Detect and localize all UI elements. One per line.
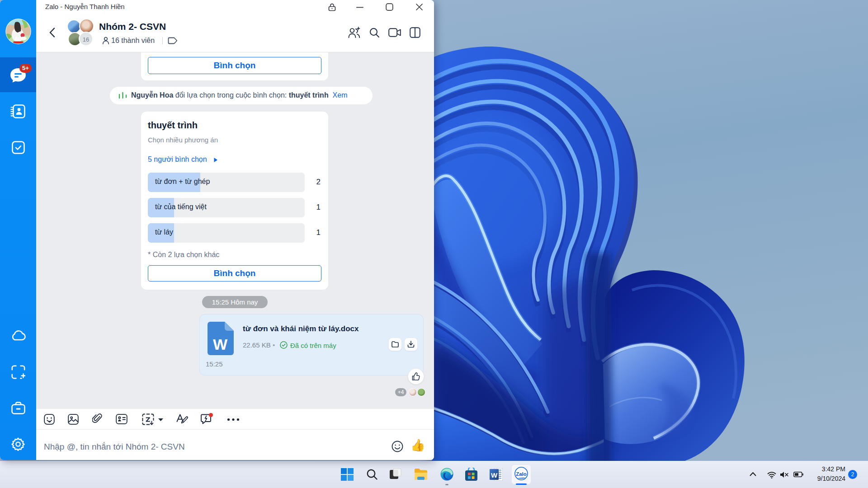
svg-text:W: W (213, 336, 228, 353)
svg-text:W: W (491, 471, 498, 479)
svg-text:Zalo: Zalo (516, 471, 527, 477)
svg-text:40: 40 (14, 35, 22, 42)
